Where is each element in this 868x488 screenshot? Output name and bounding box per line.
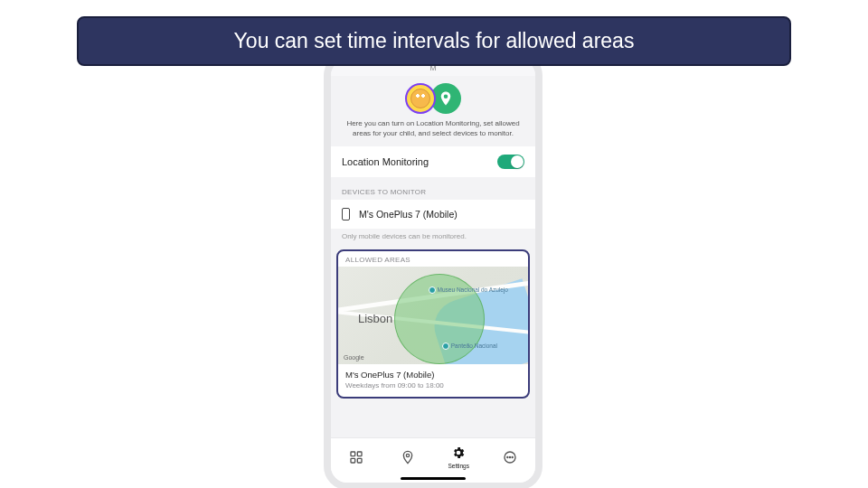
child-avatar-icon: [405, 83, 436, 114]
svg-point-9: [512, 456, 513, 457]
nav-settings-label: Settings: [448, 463, 470, 469]
svg-rect-4: [358, 458, 363, 463]
svg-rect-1: [351, 452, 355, 456]
caption-text: You can set time intervals for allowed a…: [234, 29, 635, 53]
area-info: M's OnePlus 7 (Mobile) Weekdays from 09:…: [338, 364, 528, 397]
location-monitoring-row[interactable]: Location Monitoring: [331, 146, 535, 177]
gear-icon: [450, 445, 467, 461]
nav-more[interactable]: [492, 449, 528, 465]
svg-point-0: [444, 95, 448, 99]
caption-banner: You can set time intervals for allowed a…: [77, 16, 791, 66]
devices-section-label: DEVICES TO MONITOR: [331, 177, 535, 200]
phone-icon: [342, 208, 350, 221]
area-schedule: Weekdays from 09:00 to 18:00: [345, 381, 521, 389]
map-preview[interactable]: Lisbon Museu Nacional do Azulejo Panteão…: [338, 267, 528, 364]
grid-icon: [348, 449, 364, 465]
allowed-areas-label: ALLOWED AREAS: [338, 251, 528, 267]
allowed-area-card[interactable]: ALLOWED AREAS Lisbon Museu Nacional do A…: [336, 249, 530, 399]
map-poi: Museu Nacional do Azulejo: [429, 286, 508, 294]
home-indicator: [401, 477, 466, 481]
map-poi: Panteão Nacional: [442, 343, 497, 350]
bottom-nav: Settings: [331, 437, 535, 483]
nav-dashboard[interactable]: [338, 449, 374, 465]
device-row[interactable]: M's OnePlus 7 (Mobile): [331, 200, 535, 229]
screen: M Here you can turn on Location Monitori…: [331, 60, 535, 483]
pin-outline-icon: [400, 449, 416, 465]
map-provider-logo: Google: [344, 354, 364, 361]
area-title: M's OnePlus 7 (Mobile): [345, 370, 521, 380]
svg-point-8: [509, 456, 510, 457]
device-name: M's OnePlus 7 (Mobile): [359, 209, 458, 220]
intro-description: Here you can turn on Location Monitoring…: [331, 119, 535, 146]
location-monitoring-toggle[interactable]: [497, 155, 524, 169]
nav-location[interactable]: [390, 449, 426, 465]
poi-pin-icon: [442, 343, 449, 350]
svg-point-5: [406, 454, 409, 456]
location-monitoring-label: Location Monitoring: [342, 156, 429, 167]
nav-settings[interactable]: Settings: [440, 445, 476, 469]
svg-rect-3: [351, 458, 355, 463]
map-city-label: Lisbon: [358, 312, 392, 325]
svg-rect-2: [358, 452, 363, 456]
poi-pin-icon: [429, 286, 436, 294]
header-icons: [331, 83, 535, 114]
phone-frame: M Here you can turn on Location Monitori…: [324, 52, 542, 488]
circle-dots-icon: [502, 449, 518, 465]
svg-point-7: [507, 456, 508, 457]
devices-hint: Only mobile devices can be monitored.: [331, 229, 535, 248]
